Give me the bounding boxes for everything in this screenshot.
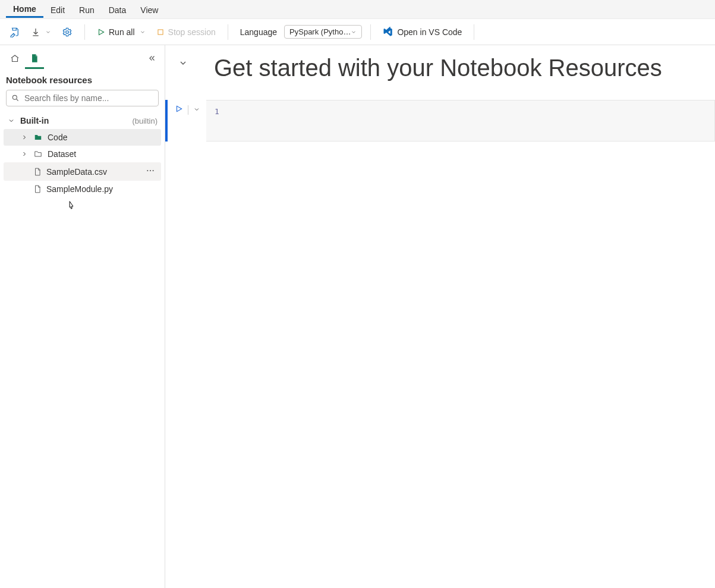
- chevron-down-icon: [140, 29, 146, 35]
- code-cell[interactable]: 1: [165, 100, 715, 142]
- more-horizontal-icon: [146, 166, 155, 175]
- line-number: 1: [215, 107, 219, 116]
- svg-point-3: [147, 170, 148, 171]
- menu-home[interactable]: Home: [6, 1, 43, 18]
- stop-session-button[interactable]: Stop session: [153, 25, 219, 39]
- folder-outline-icon: [33, 150, 43, 158]
- settings-button[interactable]: [58, 24, 76, 40]
- run-all-button[interactable]: Run all: [93, 25, 149, 39]
- resource-tree: Built-in (builtin) Code: [0, 111, 165, 199]
- play-icon: [97, 28, 105, 36]
- download-icon: [31, 27, 40, 37]
- chevron-right-icon: [20, 150, 29, 158]
- tree-file-samplemodule-label: SampleModule.py: [46, 184, 158, 194]
- play-outline-icon: [175, 105, 183, 113]
- stop-session-label: Stop session: [168, 27, 216, 37]
- vscode-icon: [383, 27, 393, 37]
- chevron-right-icon: [20, 134, 29, 141]
- svg-point-0: [66, 30, 69, 33]
- tree-folder-code-label: Code: [48, 133, 158, 142]
- page-heading: Get started with your Notebook Resources: [214, 54, 662, 82]
- folder-icon: [33, 133, 43, 142]
- toolbar: Run all Stop session Language PySpark (P…: [0, 19, 715, 45]
- divider: [188, 105, 188, 115]
- download-button[interactable]: [27, 25, 55, 39]
- chevron-down-icon: [7, 117, 15, 124]
- cell-run-menu-button[interactable]: [191, 103, 203, 117]
- search-input[interactable]: [23, 93, 153, 103]
- tree-folder-code[interactable]: Code: [4, 129, 161, 146]
- sidebar: Notebook resources Built-in (builtin): [0, 45, 165, 588]
- cloud-up-icon: [10, 54, 20, 64]
- toolbar-separator: [84, 24, 85, 40]
- stop-icon: [156, 28, 165, 36]
- save-edit-button[interactable]: [6, 24, 24, 40]
- language-select[interactable]: PySpark (Pytho…: [284, 25, 362, 39]
- toolbar-separator: [474, 24, 474, 40]
- tree-builtin-suffix: (builtin): [132, 117, 158, 125]
- cell-editor[interactable]: 1: [206, 100, 715, 142]
- cell-run-button[interactable]: [172, 102, 185, 117]
- search-icon: [11, 94, 20, 102]
- gear-icon: [62, 27, 73, 37]
- chevron-down-icon: [193, 106, 200, 113]
- tree-file-samplemodule[interactable]: SampleModule.py: [4, 181, 161, 197]
- menu-data[interactable]: Data: [102, 2, 134, 17]
- tree-builtin[interactable]: Built-in (builtin): [4, 112, 161, 129]
- svg-rect-1: [158, 29, 163, 34]
- tree-file-sampledata[interactable]: SampleData.csv: [4, 162, 161, 181]
- main-content: Get started with your Notebook Resources: [165, 45, 715, 588]
- sidebar-tab-resources[interactable]: [25, 49, 44, 69]
- chevron-double-left-icon: [148, 54, 156, 62]
- language-value: PySpark (Pytho…: [289, 27, 351, 36]
- file-outline-icon: [33, 167, 42, 177]
- toolbar-separator: [228, 24, 228, 40]
- open-in-vscode-button[interactable]: Open in VS Code: [379, 24, 465, 40]
- more-button[interactable]: [143, 166, 158, 177]
- tree-file-sampledata-label: SampleData.csv: [46, 167, 138, 177]
- run-all-label: Run all: [109, 27, 135, 37]
- file-outline-icon: [33, 184, 42, 194]
- svg-point-2: [12, 95, 17, 99]
- menu-view[interactable]: View: [133, 2, 165, 17]
- chevron-down-icon: [45, 29, 51, 35]
- svg-point-5: [153, 170, 154, 171]
- menu-run[interactable]: Run: [72, 2, 102, 17]
- tree-folder-dataset-label: Dataset: [48, 149, 158, 159]
- tree-builtin-label: Built-in: [20, 116, 125, 125]
- save-edit-icon: [10, 27, 20, 37]
- cell-actions: [168, 100, 206, 117]
- menu-edit[interactable]: Edit: [43, 2, 72, 17]
- sidebar-tabs: [0, 45, 165, 69]
- language-label: Language: [240, 27, 277, 37]
- open-in-vscode-label: Open in VS Code: [397, 27, 462, 37]
- sidebar-tab-lakehouse[interactable]: [5, 50, 25, 68]
- tree-folder-dataset[interactable]: Dataset: [4, 146, 161, 162]
- chevron-down-icon: [178, 58, 188, 68]
- chevron-down-icon: [351, 29, 357, 35]
- panel-title: Notebook resources: [0, 69, 165, 90]
- toolbar-separator: [370, 24, 371, 40]
- menubar: Home Edit Run Data View: [0, 0, 715, 19]
- file-icon: [30, 53, 39, 64]
- heading-collapse-button[interactable]: [176, 54, 190, 74]
- search-input-wrap[interactable]: [6, 90, 159, 106]
- sidebar-collapse-button[interactable]: [144, 51, 160, 68]
- svg-point-4: [150, 170, 151, 171]
- cursor-pointer-icon: [64, 199, 76, 215]
